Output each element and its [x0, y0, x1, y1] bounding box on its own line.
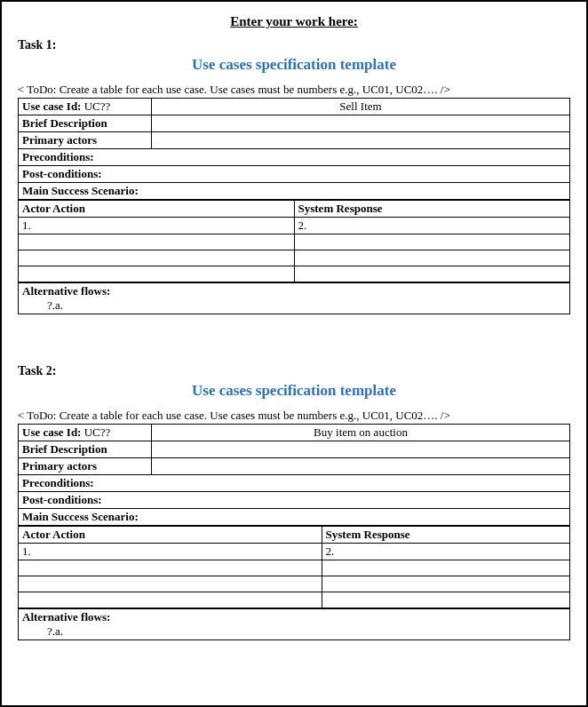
task2-section-title: Use cases specification template — [18, 382, 570, 400]
actor-action-header: Actor Action — [19, 527, 322, 544]
alt-flows-item: ?.a. — [22, 298, 566, 313]
alt-flows-cell: Alternative flows: ?.a. — [19, 609, 570, 640]
task1-section-title: Use cases specification template — [18, 56, 570, 74]
task1-label: Task 1: — [18, 38, 570, 52]
system-response-header: System Response — [294, 201, 570, 218]
brief-desc-label: Brief Description — [19, 115, 152, 132]
alt-flows-label: Alternative flows: — [22, 284, 566, 298]
task2-usecase-table: Use case Id: UC?? Buy item on auction Br… — [18, 424, 570, 526]
scenario-row1-right: 2. — [294, 218, 570, 234]
postconditions-label: Post-conditions: — [19, 492, 570, 509]
actor-action-header: Actor Action — [19, 201, 295, 218]
alt-flows-cell: Alternative flows: ?.a. — [19, 283, 570, 314]
scenario-row2-right — [294, 234, 570, 250]
scenario-row3-right — [294, 250, 570, 266]
preconditions-label: Preconditions: — [19, 149, 570, 166]
task1-scenario-table: Actor Action System Response 1. 2. — [18, 200, 570, 282]
page-title: Enter your work here: — [18, 14, 570, 29]
task1-altflows-table: Alternative flows: ?.a. — [18, 282, 570, 314]
scenario-row1-left: 1. — [19, 218, 295, 234]
brief-desc-value — [152, 441, 570, 458]
main-scenario-label: Main Success Scenario: — [19, 183, 570, 200]
scenario-row4-left — [19, 592, 322, 608]
scenario-row1-left: 1. — [19, 544, 322, 560]
uc-id-value: UC?? — [84, 425, 111, 439]
system-response-header: System Response — [322, 527, 569, 544]
scenario-row2-left — [19, 234, 295, 250]
page-container: Enter your work here: Task 1: Use cases … — [0, 0, 588, 707]
scenario-row3-left — [19, 576, 322, 592]
task1-todo-note: < ToDo: Create a table for each use case… — [18, 83, 570, 97]
uc-id-label: Use case Id: — [22, 99, 81, 113]
alt-flows-item: ?.a. — [22, 624, 566, 639]
scenario-row4-right — [322, 592, 569, 608]
uc-name-cell: Buy item on auction — [152, 425, 570, 441]
uc-id-value: UC?? — [84, 99, 111, 113]
preconditions-label: Preconditions: — [19, 475, 570, 492]
task2-label: Task 2: — [18, 364, 570, 378]
postconditions-label: Post-conditions: — [19, 166, 570, 183]
uc-id-label: Use case Id: — [22, 425, 81, 439]
uc-id-cell: Use case Id: UC?? — [19, 425, 152, 441]
uc-name-cell: Sell Item — [152, 99, 570, 115]
scenario-row1-right: 2. — [322, 544, 569, 560]
scenario-row4-right — [294, 266, 570, 282]
uc-id-cell: Use case Id: UC?? — [19, 99, 152, 115]
task2-altflows-table: Alternative flows: ?.a. — [18, 608, 570, 640]
scenario-row4-left — [19, 266, 295, 282]
primary-actors-label: Primary actors — [19, 132, 152, 149]
scenario-row2-right — [322, 560, 569, 576]
scenario-row2-left — [19, 560, 322, 576]
scenario-row3-left — [19, 250, 295, 266]
primary-actors-label: Primary actors — [19, 458, 152, 475]
task2-todo-note: < ToDo: Create a table for each use case… — [18, 409, 570, 423]
task1-usecase-table: Use case Id: UC?? Sell Item Brief Descri… — [18, 98, 570, 200]
task2-scenario-table: Actor Action System Response 1. 2. — [18, 526, 570, 608]
scenario-row3-right — [322, 576, 569, 592]
primary-actors-value — [152, 132, 570, 149]
alt-flows-label: Alternative flows: — [22, 610, 566, 624]
brief-desc-value — [152, 115, 570, 132]
main-scenario-label: Main Success Scenario: — [19, 509, 570, 526]
primary-actors-value — [152, 458, 570, 475]
brief-desc-label: Brief Description — [19, 441, 152, 458]
